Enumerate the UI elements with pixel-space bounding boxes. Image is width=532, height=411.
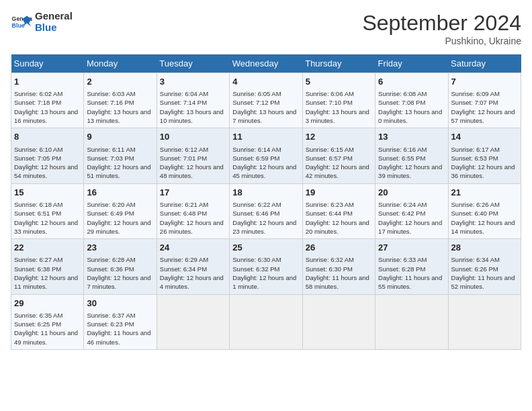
cell-info: Sunrise: 6:16 AM Sunset: 6:55 PM Dayligh… [378, 145, 445, 181]
cell-info: Sunrise: 6:37 AM Sunset: 6:23 PM Dayligh… [87, 311, 153, 347]
calendar-row: 29 Sunrise: 6:35 AM Sunset: 6:25 PM Dayl… [11, 294, 521, 349]
day-number: 1 [14, 76, 81, 88]
col-monday: Monday [84, 54, 157, 73]
col-saturday: Saturday [448, 54, 521, 73]
day-number: 11 [232, 131, 299, 143]
day-number: 24 [160, 242, 226, 254]
calendar-cell: 21 Sunrise: 6:26 AM Sunset: 6:40 PM Dayl… [448, 183, 521, 238]
cell-info: Sunrise: 6:34 AM Sunset: 6:26 PM Dayligh… [451, 255, 518, 291]
col-thursday: Thursday [302, 54, 375, 73]
calendar-cell [448, 294, 521, 349]
cell-info: Sunrise: 6:30 AM Sunset: 6:32 PM Dayligh… [232, 255, 299, 291]
calendar-body: 1 Sunrise: 6:02 AM Sunset: 7:18 PM Dayli… [11, 73, 521, 350]
calendar-cell: 2 Sunrise: 6:03 AM Sunset: 7:16 PM Dayli… [84, 73, 157, 128]
cell-info: Sunrise: 6:33 AM Sunset: 6:28 PM Dayligh… [378, 255, 445, 291]
calendar-cell: 27 Sunrise: 6:33 AM Sunset: 6:28 PM Dayl… [375, 239, 448, 294]
calendar-cell: 18 Sunrise: 6:22 AM Sunset: 6:46 PM Dayl… [230, 183, 302, 238]
cell-info: Sunrise: 6:06 AM Sunset: 7:10 PM Dayligh… [306, 89, 372, 125]
calendar-cell [230, 294, 302, 349]
calendar-cell: 1 Sunrise: 6:02 AM Sunset: 7:18 PM Dayli… [11, 73, 84, 128]
calendar-cell: 17 Sunrise: 6:21 AM Sunset: 6:48 PM Dayl… [157, 183, 229, 238]
calendar-cell [302, 294, 375, 349]
cell-info: Sunrise: 6:32 AM Sunset: 6:30 PM Dayligh… [306, 255, 372, 291]
day-number: 17 [160, 187, 226, 199]
calendar-row: 1 Sunrise: 6:02 AM Sunset: 7:18 PM Dayli… [11, 73, 521, 128]
day-number: 16 [87, 187, 153, 199]
calendar-cell: 20 Sunrise: 6:24 AM Sunset: 6:42 PM Dayl… [375, 183, 448, 238]
cell-info: Sunrise: 6:24 AM Sunset: 6:42 PM Dayligh… [378, 200, 445, 236]
day-number: 13 [378, 131, 445, 143]
calendar-table: Sunday Monday Tuesday Wednesday Thursday… [11, 54, 521, 350]
calendar-cell: 10 Sunrise: 6:12 AM Sunset: 7:01 PM Dayl… [157, 128, 229, 183]
col-tuesday: Tuesday [157, 54, 229, 73]
calendar-cell: 6 Sunrise: 6:08 AM Sunset: 7:08 PM Dayli… [375, 73, 448, 128]
calendar-cell: 3 Sunrise: 6:04 AM Sunset: 7:14 PM Dayli… [157, 73, 229, 128]
col-wednesday: Wednesday [230, 54, 302, 73]
calendar-cell: 24 Sunrise: 6:29 AM Sunset: 6:34 PM Dayl… [157, 239, 229, 294]
day-number: 10 [160, 131, 226, 143]
day-number: 9 [87, 131, 153, 143]
calendar-cell: 13 Sunrise: 6:16 AM Sunset: 6:55 PM Dayl… [375, 128, 448, 183]
day-number: 18 [232, 187, 299, 199]
calendar-cell: 28 Sunrise: 6:34 AM Sunset: 6:26 PM Dayl… [448, 239, 521, 294]
day-number: 27 [378, 242, 445, 254]
cell-info: Sunrise: 6:11 AM Sunset: 7:03 PM Dayligh… [87, 145, 153, 181]
calendar-cell: 11 Sunrise: 6:14 AM Sunset: 6:59 PM Dayl… [230, 128, 302, 183]
logo: General Blue General Blue [11, 11, 73, 33]
day-number: 6 [378, 76, 445, 88]
calendar-cell: 25 Sunrise: 6:30 AM Sunset: 6:32 PM Dayl… [230, 239, 302, 294]
day-number: 26 [306, 242, 372, 254]
day-number: 2 [87, 76, 153, 88]
cell-info: Sunrise: 6:05 AM Sunset: 7:12 PM Dayligh… [232, 89, 299, 125]
day-number: 12 [306, 131, 372, 143]
calendar-cell: 23 Sunrise: 6:28 AM Sunset: 6:36 PM Dayl… [84, 239, 157, 294]
cell-info: Sunrise: 6:03 AM Sunset: 7:16 PM Dayligh… [87, 89, 153, 125]
day-number: 7 [451, 76, 518, 88]
calendar-cell: 30 Sunrise: 6:37 AM Sunset: 6:23 PM Dayl… [84, 294, 157, 349]
day-number: 4 [232, 76, 299, 88]
header-row: Sunday Monday Tuesday Wednesday Thursday… [11, 54, 521, 73]
day-number: 5 [306, 76, 372, 88]
calendar-cell [375, 294, 448, 349]
logo-icon: General Blue [11, 11, 32, 33]
cell-info: Sunrise: 6:27 AM Sunset: 6:38 PM Dayligh… [14, 255, 81, 291]
day-number: 19 [306, 187, 372, 199]
cell-info: Sunrise: 6:02 AM Sunset: 7:18 PM Dayligh… [14, 89, 81, 125]
calendar-cell: 16 Sunrise: 6:20 AM Sunset: 6:49 PM Dayl… [84, 183, 157, 238]
logo-general: General [35, 11, 73, 22]
cell-info: Sunrise: 6:18 AM Sunset: 6:51 PM Dayligh… [14, 200, 81, 236]
cell-info: Sunrise: 6:09 AM Sunset: 7:07 PM Dayligh… [451, 89, 518, 125]
day-number: 14 [451, 131, 518, 143]
title-block: September 2024 Pushkino, Ukraine [362, 11, 521, 46]
calendar-cell: 19 Sunrise: 6:23 AM Sunset: 6:44 PM Dayl… [302, 183, 375, 238]
cell-info: Sunrise: 6:22 AM Sunset: 6:46 PM Dayligh… [232, 200, 299, 236]
calendar-cell: 14 Sunrise: 6:17 AM Sunset: 6:53 PM Dayl… [448, 128, 521, 183]
col-friday: Friday [375, 54, 448, 73]
calendar-cell: 12 Sunrise: 6:15 AM Sunset: 6:57 PM Dayl… [302, 128, 375, 183]
calendar-cell [157, 294, 229, 349]
cell-info: Sunrise: 6:14 AM Sunset: 6:59 PM Dayligh… [232, 145, 299, 181]
cell-info: Sunrise: 6:10 AM Sunset: 7:05 PM Dayligh… [14, 145, 81, 181]
cell-info: Sunrise: 6:15 AM Sunset: 6:57 PM Dayligh… [306, 145, 372, 181]
cell-info: Sunrise: 6:12 AM Sunset: 7:01 PM Dayligh… [160, 145, 226, 181]
calendar-cell: 15 Sunrise: 6:18 AM Sunset: 6:51 PM Dayl… [11, 183, 84, 238]
day-number: 28 [451, 242, 518, 254]
cell-info: Sunrise: 6:28 AM Sunset: 6:36 PM Dayligh… [87, 255, 153, 291]
cell-info: Sunrise: 6:35 AM Sunset: 6:25 PM Dayligh… [14, 311, 81, 347]
day-number: 29 [14, 298, 81, 310]
calendar-row: 15 Sunrise: 6:18 AM Sunset: 6:51 PM Dayl… [11, 183, 521, 238]
day-number: 20 [378, 187, 445, 199]
cell-info: Sunrise: 6:04 AM Sunset: 7:14 PM Dayligh… [160, 89, 226, 125]
day-number: 3 [160, 76, 226, 88]
cell-info: Sunrise: 6:26 AM Sunset: 6:40 PM Dayligh… [451, 200, 518, 236]
cell-info: Sunrise: 6:20 AM Sunset: 6:49 PM Dayligh… [87, 200, 153, 236]
day-number: 15 [14, 187, 81, 199]
day-number: 30 [87, 298, 153, 310]
calendar-cell: 9 Sunrise: 6:11 AM Sunset: 7:03 PM Dayli… [84, 128, 157, 183]
col-sunday: Sunday [11, 54, 84, 73]
cell-info: Sunrise: 6:21 AM Sunset: 6:48 PM Dayligh… [160, 200, 226, 236]
day-number: 21 [451, 187, 518, 199]
day-number: 23 [87, 242, 153, 254]
page-header: General Blue General Blue September 2024… [11, 11, 521, 46]
cell-info: Sunrise: 6:29 AM Sunset: 6:34 PM Dayligh… [160, 255, 226, 291]
